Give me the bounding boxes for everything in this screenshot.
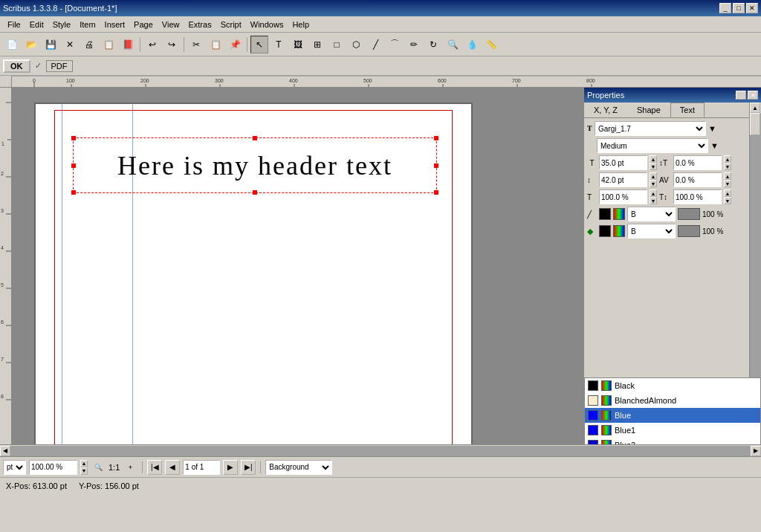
canvas-area[interactable]: Here is my header text	[12, 88, 583, 444]
freehand-tool[interactable]: ✏	[405, 36, 423, 53]
maximize-button[interactable]: □	[733, 3, 745, 13]
colour-item-blanchedalmond[interactable]: BlanchedAlmond	[585, 393, 760, 408]
colour-item-black[interactable]: Black	[585, 378, 760, 393]
offset-spin[interactable]: ▲ ▼	[724, 155, 731, 170]
props-close-button[interactable]: ✕	[748, 91, 758, 100]
tab-xyz[interactable]: X, Y, Z	[584, 103, 627, 117]
cut-button[interactable]: ✂	[187, 36, 205, 53]
undo-button[interactable]: ↩	[143, 36, 161, 53]
handle-bottom-left[interactable]	[71, 190, 76, 195]
colour-item-blue1[interactable]: Blue1	[585, 423, 760, 438]
scale-h-input[interactable]	[599, 189, 647, 204]
image-tool[interactable]: 🖼	[289, 36, 307, 53]
redo-button[interactable]: ↪	[163, 36, 181, 53]
props-minimize-button[interactable]: _	[736, 91, 746, 100]
tab-text[interactable]: Text	[670, 103, 705, 117]
open-button[interactable]: 📂	[22, 36, 40, 53]
title-bar-controls[interactable]: _ □ ✕	[719, 3, 758, 13]
text-frame[interactable]: Here is my header text	[73, 137, 437, 193]
kern-spin[interactable]: ▲ ▼	[724, 172, 731, 187]
kern-up[interactable]: ▲	[724, 172, 731, 180]
scale-v-down[interactable]: ▼	[724, 197, 731, 204]
scroll-up-arrow[interactable]: ▲	[750, 103, 760, 113]
fill-opacity-swatch[interactable]	[678, 225, 700, 237]
zoom-down[interactable]: ▼	[80, 467, 88, 475]
zoom-up[interactable]: ▲	[80, 460, 88, 467]
save-button[interactable]: 💾	[42, 36, 59, 53]
page-first-button[interactable]: |◀	[147, 460, 162, 475]
page-prev-button[interactable]: ◀	[165, 460, 180, 475]
font-size-up[interactable]: ▲	[650, 155, 657, 163]
h-scroll-right[interactable]: ▶	[751, 446, 761, 456]
scale-h-down[interactable]: ▼	[650, 197, 657, 204]
handle-bottom-right[interactable]	[434, 190, 438, 195]
new-button[interactable]: 📄	[3, 36, 21, 53]
kern-down[interactable]: ▼	[724, 180, 731, 187]
close-doc-button[interactable]: ✕	[61, 36, 79, 53]
properties-controls[interactable]: _ ✕	[736, 91, 758, 100]
offset-up[interactable]: ▲	[724, 155, 731, 163]
h-scroll-track[interactable]	[10, 446, 751, 456]
scale-h-up[interactable]: ▲	[650, 189, 657, 197]
fill-swatch-black[interactable]	[599, 225, 611, 237]
font-style-dropdown[interactable]: Medium	[597, 138, 708, 153]
handle-bottom-middle[interactable]	[253, 190, 257, 195]
scale-v-up[interactable]: ▲	[724, 189, 731, 197]
bezier-tool[interactable]: ⌒	[386, 36, 404, 53]
color-type-dropdown-1[interactable]: B	[627, 207, 676, 221]
measure-tool[interactable]: 📏	[482, 36, 500, 53]
zoom-spin[interactable]: ▲ ▼	[80, 460, 88, 475]
ok-button[interactable]: OK	[3, 59, 30, 73]
menu-edit[interactable]: Edit	[25, 19, 48, 30]
menu-item[interactable]: Item	[75, 19, 100, 30]
polygon-tool[interactable]: ⬡	[347, 36, 365, 53]
handle-middle-right[interactable]	[434, 163, 438, 168]
scale-v-input[interactable]	[673, 189, 722, 204]
font-family-dropdown[interactable]: Gargi_1.7	[595, 121, 706, 136]
colour-item-blue[interactable]: Blue	[585, 408, 760, 423]
zoom-input[interactable]	[29, 460, 77, 475]
layer-dropdown[interactable]: Background	[265, 460, 332, 475]
horizontal-scrollbar[interactable]: ◀ ▶	[0, 444, 761, 456]
handle-top-right[interactable]	[434, 136, 438, 140]
menu-windows[interactable]: Windows	[246, 19, 288, 30]
handle-middle-left[interactable]	[71, 163, 76, 168]
colour-dropdown[interactable]: Black BlanchedAlmond Blue Blue1	[584, 377, 761, 444]
h-scroll-left[interactable]: ◀	[0, 446, 10, 456]
color-swatch-black[interactable]	[599, 208, 611, 220]
print-button[interactable]: 🖨	[80, 36, 98, 53]
zoom-tool[interactable]: 🔍	[444, 36, 462, 53]
pdf-export-button[interactable]: 📕	[119, 36, 137, 53]
line-height-input[interactable]	[599, 172, 647, 187]
menu-view[interactable]: View	[158, 19, 184, 30]
line-height-up[interactable]: ▲	[650, 172, 657, 180]
color-opacity-swatch[interactable]	[678, 208, 700, 220]
line-height-down[interactable]: ▼	[650, 180, 657, 187]
close-button[interactable]: ✕	[746, 3, 758, 13]
offset-down[interactable]: ▼	[724, 163, 731, 170]
menu-style[interactable]: Style	[48, 19, 75, 30]
menu-script[interactable]: Script	[216, 19, 246, 30]
copy-button[interactable]: 📋	[207, 36, 224, 53]
font-size-spin[interactable]: ▲ ▼	[650, 155, 657, 170]
tab-shape[interactable]: Shape	[627, 103, 670, 117]
shape-tool[interactable]: □	[328, 36, 346, 53]
color-swatch-multi[interactable]	[613, 208, 625, 220]
scroll-thumb[interactable]	[750, 113, 760, 135]
offset-input[interactable]	[673, 155, 722, 170]
minimize-button[interactable]: _	[719, 3, 731, 13]
scale-v-spin[interactable]: ▲ ▼	[724, 189, 731, 204]
line-tool[interactable]: ╱	[366, 36, 384, 53]
colour-item-blue2[interactable]: Blue2	[585, 438, 760, 444]
fill-swatch-multi[interactable]	[613, 225, 625, 237]
unit-dropdown[interactable]: pt	[3, 460, 26, 475]
color-type-dropdown-2[interactable]: B	[627, 224, 676, 239]
handle-top-middle[interactable]	[253, 136, 257, 140]
line-height-spin[interactable]: ▲ ▼	[650, 172, 657, 187]
font-size-down[interactable]: ▼	[650, 163, 657, 170]
kern-input[interactable]	[673, 172, 722, 187]
preflight-button[interactable]: 📋	[100, 36, 117, 53]
menu-insert[interactable]: Insert	[100, 19, 130, 30]
select-tool[interactable]: ↖	[250, 36, 268, 53]
pdf-button[interactable]: PDF	[46, 60, 73, 72]
